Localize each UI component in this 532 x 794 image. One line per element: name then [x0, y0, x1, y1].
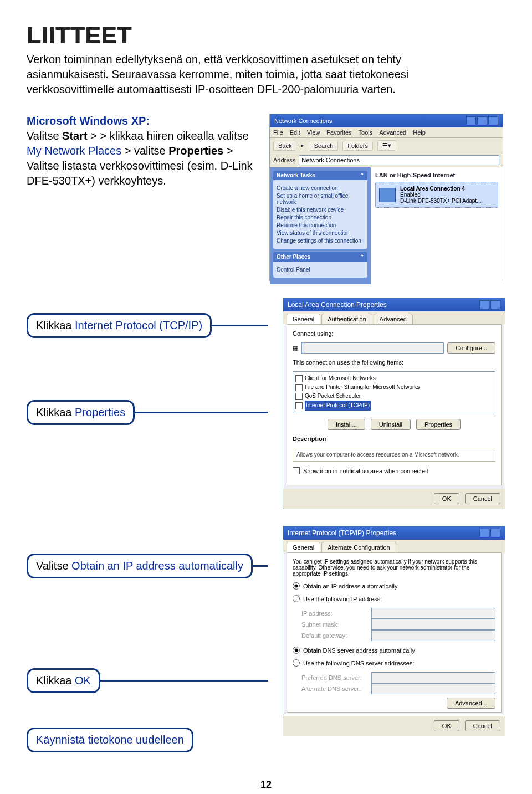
callout-restart: Käynnistä tietokone uudelleen	[27, 728, 193, 752]
callout-properties: Klikkaa Properties	[27, 400, 135, 425]
nc-toolbar[interactable]: Back ▸ Search Folders ☰▾	[270, 138, 503, 153]
uninstall-button[interactable]: Uninstall	[371, 419, 411, 430]
callout-ok: Klikkaa OK	[27, 668, 100, 693]
properties-button[interactable]: Properties	[416, 419, 461, 430]
nc-titlebar: Network Connections	[270, 114, 503, 127]
intro-text: Verkon toiminnan edellytyksenä on, että …	[27, 52, 481, 97]
tcp-ok-button[interactable]: OK	[434, 720, 459, 731]
tcp-tabs[interactable]: GeneralAlternate Configuration	[283, 540, 505, 552]
install-button[interactable]: Install...	[328, 419, 365, 430]
configure-button[interactable]: Configure...	[447, 342, 495, 354]
callout-tcpip: Klikkaa Internet Protocol (TCP/IP)	[27, 313, 212, 338]
radio-obtain-dns[interactable]: Obtain DNS server address automatically	[293, 647, 495, 654]
advanced-button[interactable]: Advanced...	[447, 698, 495, 709]
connection-item[interactable]: Local Area Connection 4EnabledD-Link DFE…	[375, 182, 498, 208]
page-number: 12	[27, 779, 505, 791]
page-title: LIITTEET	[27, 22, 505, 49]
ok-button[interactable]: OK	[434, 493, 459, 504]
network-tasks-pane[interactable]: Create a new connectionSet up a home or …	[273, 180, 367, 249]
address-input[interactable]	[299, 155, 499, 165]
tcp-cancel-button[interactable]: Cancel	[465, 720, 500, 731]
nc-title: Network Connections	[274, 117, 332, 124]
cancel-button[interactable]: Cancel	[465, 493, 500, 504]
connection-properties-dialog: Local Area Connection Properties General…	[283, 298, 505, 509]
radio-use-dns[interactable]: Use the following DNS server addresses:	[293, 659, 495, 667]
radio-use-ip[interactable]: Use the following IP address:	[293, 595, 495, 602]
tcpip-properties-dialog: Internet Protocol (TCP/IP) Properties Ge…	[283, 526, 505, 715]
nc-menubar[interactable]: FileEditViewFavoritesToolsAdvancedHelp	[270, 127, 503, 138]
connection-icon	[379, 188, 396, 202]
components-list[interactable]: Client for Microsoft Networks File and P…	[293, 371, 495, 413]
prop-tabs[interactable]: GeneralAuthenticationAdvanced	[283, 311, 505, 324]
callout-obtain-ip: Valitse Obtain an IP address automatical…	[27, 554, 253, 578]
steps-block: Microsoft Windows XP: Valitse Start > > …	[27, 114, 259, 188]
network-connections-window: Network Connections FileEditViewFavorite…	[269, 114, 503, 281]
radio-obtain-ip[interactable]: Obtain an IP address automatically	[293, 582, 495, 590]
